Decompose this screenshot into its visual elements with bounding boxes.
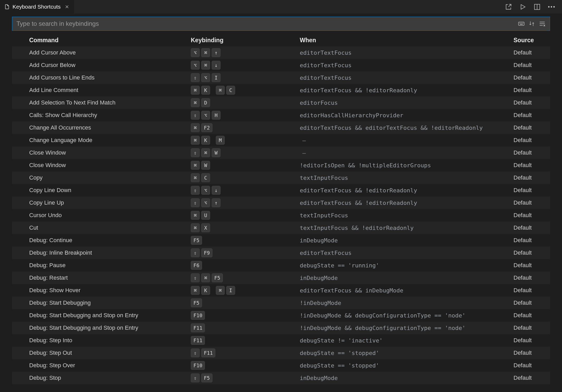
table-row[interactable]: Copy Line Up⇧⌥↑editorTextFocus && !edito…: [12, 197, 550, 209]
table-row[interactable]: Add Cursor Above⌥⌘↑editorTextFocusDefaul…: [12, 46, 550, 59]
record-keys-icon[interactable]: [518, 20, 525, 27]
source-cell: Default: [514, 87, 550, 94]
table-row[interactable]: Close Window⇧⌘W—Default: [12, 146, 550, 159]
table-row[interactable]: Cursor Undo⌘UtextInputFocusDefault: [12, 209, 550, 222]
table-row[interactable]: Change Language Mode⌘KM—Default: [12, 134, 550, 146]
source-cell: Default: [514, 174, 550, 181]
keybinding-cell: ⌘F2: [191, 123, 300, 132]
source-cell: Default: [514, 312, 550, 319]
keybinding-cell: F11: [191, 336, 300, 345]
key-cap: ⌘: [191, 223, 200, 232]
sort-icon[interactable]: [528, 20, 535, 27]
key-cap: ⌘: [201, 61, 210, 70]
table-row[interactable]: Debug: Show Hover⌘K⌘IeditorTextFocus && …: [12, 284, 550, 297]
key-cap: ⌘: [201, 48, 210, 57]
table-row[interactable]: Copy Line Down⇧⌥↓editorTextFocus && !edi…: [12, 184, 550, 197]
table-row[interactable]: Debug: Start Debugging and Stop on Entry…: [12, 322, 550, 334]
source-cell: Default: [514, 287, 550, 294]
close-icon[interactable]: [64, 4, 70, 10]
table-row[interactable]: Calls: Show Call Hierarchy⇧⌥HeditorHasCa…: [12, 109, 550, 121]
table-row[interactable]: Cut⌘XtextInputFocus && !editorReadonlyDe…: [12, 222, 550, 234]
key-cap: ⇧: [191, 273, 200, 282]
key-cap: W: [212, 148, 221, 157]
key-cap: ⇧: [191, 148, 200, 157]
key-cap: I: [212, 73, 221, 82]
open-file-icon[interactable]: [505, 3, 512, 10]
tab-title: Keyboard Shortcuts: [13, 4, 60, 10]
when-cell: debugState != 'inactive': [300, 337, 514, 344]
keybinding-cell: F5: [191, 236, 300, 245]
search-actions: [518, 20, 546, 27]
table-row[interactable]: Change All Occurrences⌘F2editorTextFocus…: [12, 121, 550, 134]
table-row[interactable]: Debug: Step IntoF11debugState != 'inacti…: [12, 334, 550, 347]
key-cap: F5: [191, 236, 202, 245]
table-row[interactable]: Add Line Comment⌘K⌘CeditorTextFocus && !…: [12, 84, 550, 96]
key-cap: C: [226, 86, 235, 95]
svg-rect-6: [523, 23, 523, 23]
search-input[interactable]: [16, 17, 518, 30]
source-cell: Default: [514, 162, 550, 169]
key-cap: F6: [191, 261, 202, 270]
key-cap: ⌘: [191, 136, 200, 145]
split-editor-icon[interactable]: [534, 3, 541, 10]
when-cell: editorTextFocus && !editorReadonly: [300, 200, 514, 206]
keybinding-cell: ⇧⌥↑: [191, 198, 300, 207]
table-row[interactable]: Debug: Step OverF10debugState == 'stoppe…: [12, 359, 550, 372]
table-row[interactable]: Debug: Start DebuggingF5!inDebugModeDefa…: [12, 297, 550, 309]
keybinding-cell: F10: [191, 361, 300, 370]
table-row[interactable]: Debug: Restart⇧⌘F5inDebugModeDefault: [12, 272, 550, 284]
when-cell: editorTextFocus: [300, 250, 514, 256]
key-cap: ⇧: [191, 248, 200, 257]
when-cell: !editorIsOpen && !multipleEditorGroups: [300, 162, 514, 169]
key-cap: F10: [191, 361, 205, 370]
key-cap: ⌘: [216, 86, 225, 95]
key-cap: ↑: [212, 48, 221, 57]
more-actions-icon[interactable]: •••: [548, 4, 556, 10]
when-cell: !inDebugMode && debugConfigurationType =…: [300, 312, 514, 319]
run-icon[interactable]: [519, 3, 526, 10]
table-row[interactable]: Debug: Stop⇧F5inDebugModeDefault: [12, 372, 550, 384]
source-cell: Default: [514, 362, 550, 369]
header-source[interactable]: Source: [514, 37, 550, 44]
command-cell: Calls: Show Call Hierarchy: [29, 112, 191, 119]
when-cell: —: [300, 150, 514, 156]
key-cap: ⌘: [201, 148, 210, 157]
when-cell: inDebugMode: [300, 275, 514, 281]
when-cell: textInputFocus && !editorReadonly: [300, 225, 514, 231]
table-row[interactable]: Add Cursors to Line Ends⇧⌥IeditorTextFoc…: [12, 71, 550, 84]
when-cell: textInputFocus: [300, 175, 514, 181]
table-row[interactable]: Close Window⌘W!editorIsOpen && !multiple…: [12, 159, 550, 172]
table-row[interactable]: Debug: ContinueF5inDebugModeDefault: [12, 234, 550, 247]
source-cell: Default: [514, 299, 550, 306]
key-cap: ⌘: [191, 86, 200, 95]
header-command[interactable]: Command: [29, 37, 191, 44]
key-cap: F11: [191, 336, 205, 345]
key-cap: F10: [191, 311, 205, 320]
when-cell: inDebugMode: [300, 375, 514, 381]
key-cap: ⇧: [191, 198, 200, 207]
header-when[interactable]: When: [300, 37, 514, 44]
table-row[interactable]: Debug: Start Debugging and Stop on Entry…: [12, 309, 550, 322]
key-cap: K: [201, 86, 210, 95]
tab-bar: Keyboard Shortcuts •••: [0, 0, 562, 14]
search-box: [12, 17, 550, 31]
tab-keyboard-shortcuts[interactable]: Keyboard Shortcuts: [0, 0, 74, 14]
source-cell: Default: [514, 49, 550, 56]
key-cap: F11: [191, 323, 205, 332]
key-cap: X: [201, 223, 210, 232]
key-cap: F2: [201, 123, 212, 132]
key-cap: F9: [201, 248, 212, 257]
keybinding-cell: ⌘C: [191, 173, 300, 182]
svg-rect-7: [520, 24, 523, 24]
command-cell: Debug: Restart: [29, 274, 191, 281]
table-row[interactable]: Copy⌘CtextInputFocusDefault: [12, 172, 550, 184]
table-row[interactable]: Add Cursor Below⌥⌘↓editorTextFocusDefaul…: [12, 59, 550, 71]
source-cell: Default: [514, 350, 550, 356]
table-row[interactable]: Debug: Inline Breakpoint⇧F9editorTextFoc…: [12, 247, 550, 259]
table-row[interactable]: Debug: Step Out⇧F11debugState == 'stoppe…: [12, 347, 550, 359]
table-row[interactable]: Debug: PauseF6debugState == 'running'Def…: [12, 259, 550, 272]
table-row[interactable]: Add Selection To Next Find Match⌘Deditor…: [12, 96, 550, 109]
header-keybinding[interactable]: Keybinding: [191, 37, 300, 44]
source-cell: Default: [514, 262, 550, 269]
clear-filter-icon[interactable]: [539, 20, 546, 27]
